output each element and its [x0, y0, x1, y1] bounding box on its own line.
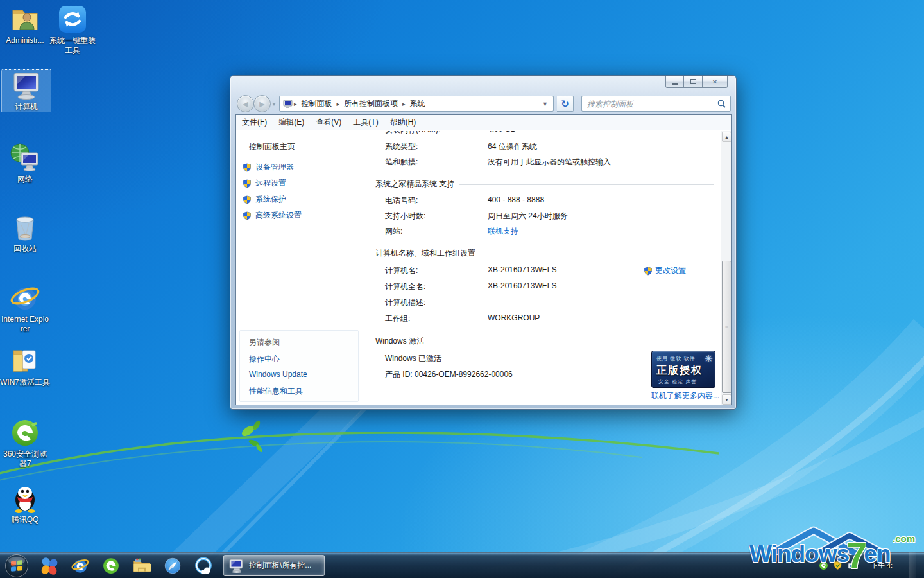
row-label: 计算机全名: [385, 281, 425, 292]
learn-more-online-link[interactable]: 联机了解更多内容... [651, 390, 719, 401]
breadcrumb-control-panel[interactable]: 控制面板 [298, 98, 336, 109]
system-type-row: 系统类型: 64 位操作系统 [363, 141, 723, 153]
reinstall-tool-icon [57, 4, 88, 35]
sidebar-item-label: 远程设置 [255, 178, 286, 189]
system-info-pane: 安装内存(RAM): 4.00 GB 系统类型: 64 位操作系统 笔和触摸: … [363, 131, 723, 405]
search-box[interactable] [581, 96, 731, 112]
recent-pages-caret[interactable]: ▼ [271, 101, 277, 107]
window-client-area: 文件(F) 编辑(E) 查看(V) 工具(T) 帮助(H) 控制面板主页 设备管… [235, 114, 732, 405]
sidebar-item-control-panel-home[interactable]: 控制面板主页 [249, 141, 295, 152]
desktop-icon-recycle-bin[interactable]: 回收站 [0, 212, 50, 254]
uac-shield-icon [644, 267, 653, 276]
window-controls: ✕ [665, 76, 728, 88]
scroll-up-arrow[interactable]: ▲ [722, 132, 732, 142]
menu-bar: 文件(F) 编辑(E) 查看(V) 工具(T) 帮助(H) [236, 115, 732, 130]
row-value: WORKGROUP [488, 313, 540, 322]
sidebar-item-windows-update[interactable]: Windows Update [249, 370, 307, 379]
address-bar[interactable]: ▸ 控制面板 ▸ 所有控制面板项 ▸ 系统 ▼ [279, 96, 554, 112]
ram-row: 安装内存(RAM): 4.00 GB [363, 131, 723, 136]
desktop-icon-label: 计算机 [2, 102, 51, 112]
see-also-header: 另请参阅 [249, 337, 280, 348]
support-section-header: 系统之家精品系统 支持 [375, 179, 714, 189]
desktop-icon-administrator[interactable]: Administr... [0, 4, 50, 46]
taskbar-icon-360-browser[interactable] [100, 555, 122, 577]
system-control-panel-window: ✕ ◄ ► ▼ ▸ 控制面板 ▸ 所有控制面板项 ▸ 系统 ▼ ↻ 文件(F) [230, 75, 737, 410]
menu-file[interactable]: 文件(F) [236, 117, 273, 128]
desktop-icon-tencent-qq[interactable]: 腾讯QQ [0, 483, 50, 525]
row-value: 周日至周六 24小时服务 [488, 211, 568, 222]
sidebar-item-advanced-settings[interactable]: 高级系统设置 [243, 210, 302, 221]
vertical-scrollbar[interactable]: ▲ ≡ ▼ [721, 131, 732, 405]
phone-row: 电话号码: 400 - 888 - 8888 [363, 195, 723, 207]
tray-icon-2[interactable] [833, 561, 843, 570]
taskbar-icon-internet-explorer[interactable] [69, 555, 91, 577]
desktop-icon-360-browser[interactable]: 360安全浏览器7 [0, 417, 50, 469]
desktop-icon-label: Internet Explorer [0, 315, 50, 334]
search-input[interactable] [582, 100, 717, 109]
taskbar-icon-qq-browser[interactable] [193, 555, 214, 577]
badge-line1: 使用 微软 软件 [656, 355, 695, 362]
sidebar-item-remote-settings[interactable]: 远程设置 [243, 178, 286, 189]
menu-tools[interactable]: 工具(T) [347, 117, 384, 128]
win7-activator-icon [10, 346, 40, 376]
desktop-icon-computer[interactable]: 计算机 [1, 69, 51, 112]
tray-icon-3[interactable] [847, 561, 857, 570]
taskbar-icon-windows-explorer[interactable] [131, 555, 153, 577]
pen-touch-row: 笔和触摸: 没有可用于此显示器的笔或触控输入 [363, 157, 723, 168]
start-button[interactable] [4, 553, 30, 578]
address-dropdown-caret[interactable]: ▼ [537, 101, 553, 107]
forward-button[interactable]: ► [253, 95, 271, 112]
sidebar-item-action-center[interactable]: 操作中心 [249, 354, 280, 365]
uac-shield-icon [243, 179, 252, 188]
sidebar-item-device-manager[interactable]: 设备管理器 [243, 162, 294, 173]
genuine-software-badge[interactable]: 使用 微软 软件 正版授权 安全 稳定 声誉 ✳ [651, 351, 715, 388]
search-icon[interactable] [717, 100, 730, 108]
internet-explorer-icon [10, 283, 40, 313]
sidebar-item-label: 设备管理器 [255, 162, 294, 173]
breadcrumb-system[interactable]: 系统 [406, 98, 429, 109]
row-value: 没有可用于此显示器的笔或触控输入 [488, 157, 611, 168]
online-support-link[interactable]: 联机支持 [488, 226, 518, 237]
workgroup-row: 工作组: WORKGROUP [363, 313, 723, 325]
menu-help[interactable]: 帮助(H) [384, 117, 422, 128]
network-icon [10, 143, 40, 173]
row-label: 工作组: [385, 313, 410, 324]
sidebar-item-system-protection[interactable]: 系统保护 [243, 194, 286, 205]
sidebar-item-performance-tools[interactable]: 性能信息和工具 [249, 386, 303, 397]
computer-fullname-row: 计算机全名: XB-20160713WELS [363, 281, 723, 293]
breadcrumb-all-items[interactable]: 所有控制面板项 [340, 98, 402, 109]
taskbar-icon-safari-like-browser[interactable] [162, 555, 184, 577]
minimize-button[interactable] [665, 76, 684, 88]
maximize-button[interactable] [684, 76, 703, 88]
back-button[interactable]: ◄ [237, 95, 254, 112]
menu-edit[interactable]: 编辑(E) [273, 117, 310, 128]
scroll-down-arrow[interactable]: ▼ [722, 394, 732, 405]
desktop-icon-label: 系统一键重装工具 [47, 36, 98, 55]
row-label: 网站: [385, 226, 402, 237]
refresh-button[interactable]: ↻ [557, 96, 574, 112]
desktop-icon-win7-activator[interactable]: WIN7激活工具 [0, 346, 50, 387]
close-button[interactable]: ✕ [703, 76, 728, 88]
scrollbar-thumb[interactable]: ≡ [722, 261, 732, 393]
desktop-icon-label: 网络 [0, 175, 50, 184]
row-value: 4.00 GB [488, 131, 516, 134]
taskbar-clock[interactable]: 下午 4: [861, 561, 902, 570]
qq-icon [10, 483, 40, 514]
badge-line3: 安全 稳定 声誉 [658, 378, 697, 385]
windows-activation-section-header: Windows 激活 [375, 336, 714, 347]
desktop-icon-label: 360安全浏览器7 [0, 450, 50, 469]
computer-description-row: 计算机描述: [363, 297, 723, 309]
row-value: XB-20160713WELS [488, 265, 556, 274]
sprout-graphic [240, 419, 263, 453]
desktop-icon-label: WIN7激活工具 [0, 378, 50, 387]
taskbar-task-control-panel[interactable]: 控制面板\所有控... [223, 555, 325, 576]
tray-icon-1[interactable] [819, 561, 828, 570]
activation-status: Windows 已激活 [385, 353, 441, 364]
menu-view[interactable]: 查看(V) [310, 117, 347, 128]
change-settings-link[interactable]: 更改设置 [644, 265, 686, 276]
desktop-icon-internet-explorer[interactable]: Internet Explorer [0, 283, 50, 334]
desktop-icon-network[interactable]: 网络 [0, 143, 50, 184]
taskbar-icon-pinwheel-app[interactable] [38, 555, 60, 577]
desktop-icon-reinstall-tool[interactable]: 系统一键重装工具 [47, 4, 98, 55]
show-desktop-button[interactable] [909, 552, 916, 578]
